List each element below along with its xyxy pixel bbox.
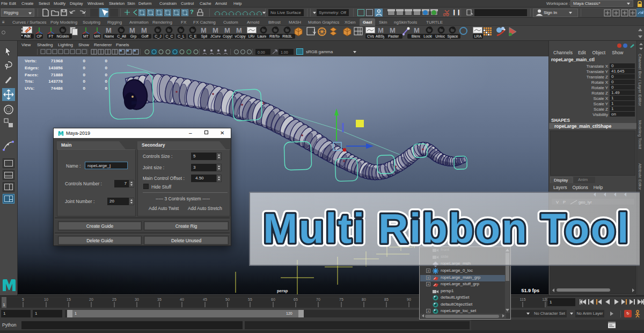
svg-text:0: 0: [83, 73, 86, 77]
svg-text:Faces:: Faces:: [25, 73, 38, 77]
svg-text:71888: 71888: [51, 73, 63, 77]
svg-text:persp: persp: [277, 288, 288, 293]
svg-text:143776: 143776: [48, 79, 63, 84]
svg-text:Multi Ribbon Tool: Multi Ribbon Tool: [263, 205, 630, 251]
svg-text:71968: 71968: [51, 59, 63, 63]
svg-text:0: 0: [105, 59, 108, 63]
svg-text:Tris:: Tris:: [25, 79, 34, 84]
svg-text:0: 0: [83, 79, 86, 84]
svg-text:143856: 143856: [48, 66, 63, 70]
svg-text:UVs:: UVs:: [25, 86, 34, 91]
svg-text:0: 0: [83, 86, 86, 91]
svg-text:74486: 74486: [51, 86, 63, 91]
svg-text:0: 0: [83, 66, 86, 70]
svg-text:Edges:: Edges:: [25, 66, 39, 70]
svg-text:Verts:: Verts:: [25, 59, 36, 63]
svg-text:51.9 fps: 51.9 fps: [521, 288, 539, 293]
svg-text:0: 0: [83, 59, 86, 63]
svg-text:0: 0: [105, 79, 108, 84]
svg-text:0: 0: [105, 86, 108, 91]
svg-text:0: 0: [105, 73, 108, 77]
svg-text:0: 0: [105, 66, 108, 70]
